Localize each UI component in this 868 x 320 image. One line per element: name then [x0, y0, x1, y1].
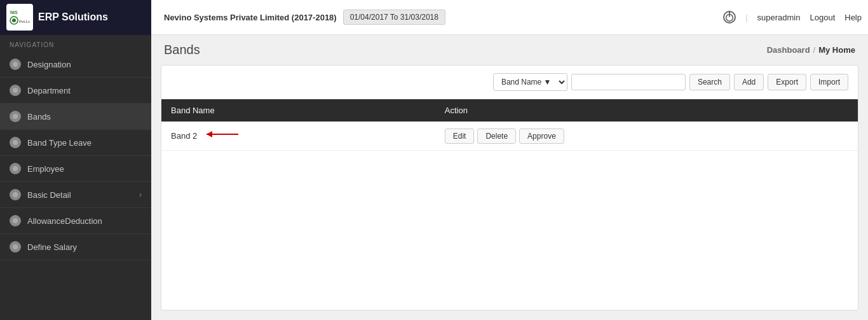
- user-label: superadmin: [757, 13, 801, 22]
- sidebar-label-department: Department: [27, 86, 71, 95]
- svg-point-5: [726, 15, 733, 22]
- header-center: Nevino Systems Private Limited (2017-201…: [151, 10, 723, 25]
- import-button[interactable]: Import: [810, 74, 848, 90]
- svg-point-13: [13, 218, 18, 223]
- sidebar-label-allowance-deduction: AllowanceDeduction: [27, 216, 102, 226]
- logo-area: NIS Pvt.Lt ERP Solutions: [0, 0, 151, 35]
- bands-icon: [10, 111, 21, 122]
- breadcrumb-current: My Home: [818, 45, 855, 55]
- sidebar-item-allowance-deduction[interactable]: AllowanceDeduction: [0, 208, 151, 234]
- svg-point-7: [13, 62, 18, 67]
- svg-point-10: [13, 140, 18, 145]
- svg-point-14: [13, 244, 18, 249]
- filter-select[interactable]: Band Name ▼: [493, 73, 567, 91]
- breadcrumb: Dashboard / My Home: [767, 45, 855, 55]
- table-header-row: Band Name Action: [161, 99, 858, 122]
- sidebar-label-band-type-leave: Band Type Leave: [27, 138, 92, 148]
- sidebar-item-department[interactable]: Department: [0, 78, 151, 104]
- basic-detail-icon: [10, 189, 21, 200]
- col-band-name: Band Name: [161, 99, 435, 122]
- help-button[interactable]: Help: [844, 13, 862, 22]
- sidebar-item-designation[interactable]: Designation: [0, 52, 151, 78]
- sidebar-label-define-salary: Define Salary: [27, 242, 77, 252]
- sidebar-item-employee[interactable]: Employee: [0, 156, 151, 182]
- approve-button[interactable]: Approve: [519, 129, 564, 144]
- svg-text:NIS: NIS: [10, 10, 18, 15]
- action-cell: Edit Delete Approve: [435, 122, 858, 151]
- sidebar-item-band-type-leave[interactable]: Band Type Leave: [0, 130, 151, 156]
- content-area: Bands Dashboard / My Home Band Name ▼ Se…: [151, 35, 868, 320]
- svg-marker-16: [207, 131, 212, 137]
- power-icon[interactable]: [723, 11, 736, 24]
- sidebar-label-bands: Bands: [27, 112, 51, 122]
- band-name-cell: Band 2: [161, 122, 435, 151]
- sidebar-label-employee: Employee: [27, 164, 64, 174]
- search-input[interactable]: [571, 74, 686, 90]
- chevron-right-icon: ›: [139, 190, 142, 199]
- delete-button[interactable]: Delete: [477, 129, 516, 144]
- company-name: Nevino Systems Private Limited (2017-201…: [164, 13, 337, 22]
- employee-icon: [10, 163, 21, 174]
- filter-bar: Band Name ▼ Search Add Export Import: [161, 66, 858, 99]
- svg-point-8: [13, 88, 18, 93]
- sidebar-label-designation: Designation: [27, 60, 71, 69]
- sidebar-item-basic-detail[interactable]: Basic Detail ›: [0, 182, 151, 208]
- nav-label: NAVIGATION: [0, 35, 151, 52]
- sidebar-label-basic-detail: Basic Detail: [27, 190, 71, 200]
- breadcrumb-dashboard[interactable]: Dashboard: [767, 45, 810, 55]
- table-container: Band Name ▼ Search Add Export Import Ban…: [161, 65, 858, 310]
- svg-point-3: [12, 18, 16, 22]
- page-title: Bands: [164, 43, 200, 57]
- data-table: Band Name Action Band 2: [161, 99, 858, 151]
- breadcrumb-bar: Bands Dashboard / My Home: [151, 35, 868, 65]
- table-row: Band 2: [161, 122, 858, 151]
- action-buttons: Edit Delete Approve: [445, 129, 848, 144]
- band-name-value: Band 2: [171, 131, 197, 141]
- date-range-badge: 01/04/2017 To 31/03/2018: [343, 10, 445, 25]
- logout-button[interactable]: Logout: [810, 13, 835, 22]
- svg-text:Pvt.Lt: Pvt.Lt: [19, 20, 30, 24]
- header-sep1: |: [745, 13, 747, 22]
- add-button[interactable]: Add: [734, 74, 764, 90]
- header-right: | superadmin Logout Help: [723, 11, 868, 24]
- app-name: ERP Solutions: [38, 11, 108, 23]
- logo-icon: NIS Pvt.Lt: [6, 4, 33, 31]
- band-type-leave-icon: [10, 137, 21, 148]
- svg-point-9: [13, 114, 18, 119]
- designation-icon: [10, 59, 21, 70]
- sidebar-item-bands[interactable]: Bands: [0, 104, 151, 130]
- edit-button[interactable]: Edit: [445, 129, 475, 144]
- sidebar: NAVIGATION Designation Department: [0, 35, 151, 320]
- svg-point-11: [13, 166, 18, 171]
- breadcrumb-separator: /: [813, 45, 816, 55]
- export-button[interactable]: Export: [768, 74, 806, 90]
- arrow-annotation: [203, 128, 241, 144]
- sidebar-item-define-salary[interactable]: Define Salary: [0, 234, 151, 260]
- search-button[interactable]: Search: [689, 74, 730, 90]
- svg-point-12: [13, 192, 18, 197]
- allowance-deduction-icon: [10, 215, 21, 226]
- col-action: Action: [435, 99, 858, 122]
- department-icon: [10, 85, 21, 96]
- define-salary-icon: [10, 241, 21, 253]
